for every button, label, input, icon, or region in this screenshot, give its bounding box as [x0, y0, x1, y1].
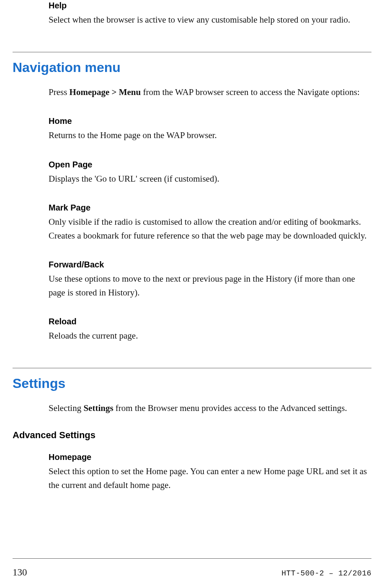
nav-item-desc: Only visible if the radio is customised … — [49, 215, 371, 242]
nav-intro-bold: Homepage > Menu — [70, 87, 141, 97]
help-desc: Select when the browser is active to vie… — [49, 13, 371, 27]
settings-intro-pre: Selecting — [49, 403, 83, 413]
homepage-title: Homepage — [49, 452, 371, 462]
nav-item-title: Reload — [49, 317, 371, 326]
settings-intro-bold: Settings — [83, 403, 113, 413]
page-footer: 130 HTT-500-2 – 12/2016 — [13, 567, 371, 578]
settings-intro-post: from the Browser menu provides access to… — [113, 403, 347, 413]
settings-intro-block: Selecting Settings from the Browser menu… — [13, 401, 371, 415]
settings-intro: Selecting Settings from the Browser menu… — [49, 401, 371, 415]
help-title: Help — [49, 1, 371, 10]
navigation-menu-block: Press Homepage > Menu from the WAP brows… — [13, 85, 371, 343]
nav-item-title: Home — [49, 116, 371, 126]
page-number: 130 — [13, 567, 27, 578]
settings-heading: Settings — [13, 376, 371, 391]
document-id: HTT-500-2 – 12/2016 — [281, 569, 371, 578]
nav-item-title: Mark Page — [49, 203, 371, 213]
nav-intro-post: from the WAP browser screen to access th… — [141, 87, 360, 97]
nav-item-desc: Use these options to move to the next or… — [49, 272, 371, 299]
footer-divider — [13, 558, 371, 559]
nav-item-title: Forward/Back — [49, 260, 371, 270]
navigation-menu-heading: Navigation menu — [13, 60, 371, 75]
nav-item-desc: Displays the 'Go to URL' screen (if cust… — [49, 172, 371, 186]
nav-item-title: Open Page — [49, 160, 371, 169]
nav-item-desc: Returns to the Home page on the WAP brow… — [49, 128, 371, 142]
navigation-intro: Press Homepage > Menu from the WAP brows… — [49, 85, 371, 99]
help-block: Help Select when the browser is active t… — [13, 1, 371, 27]
advanced-settings-block: Homepage Select this option to set the H… — [13, 452, 371, 492]
advanced-settings-heading: Advanced Settings — [13, 430, 371, 441]
nav-item-desc: Reloads the current page. — [49, 329, 371, 343]
nav-intro-pre: Press — [49, 87, 70, 97]
section-divider — [13, 368, 371, 368]
homepage-desc: Select this option to set the Home page.… — [49, 465, 371, 492]
document-page: Help Select when the browser is active t… — [0, 0, 384, 588]
section-divider — [13, 52, 371, 52]
